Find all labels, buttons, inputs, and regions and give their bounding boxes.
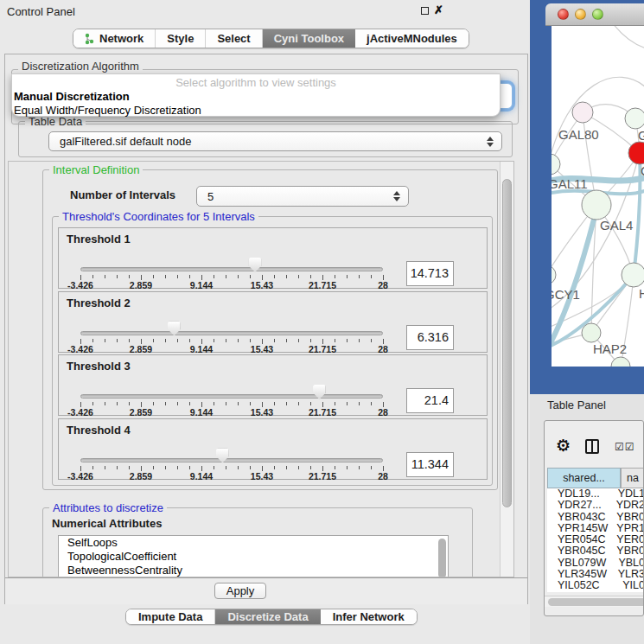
threshold-row: Threshold 4-3.4262.8599.14415.4321.71528…: [58, 418, 488, 480]
number-of-intervals-combobox[interactable]: 5: [196, 186, 409, 207]
algorithm-option[interactable]: Equal Width/Frequency Discretization: [12, 104, 500, 118]
numerical-attributes-list[interactable]: SelfLoopsTopologicalCoefficientBetweenne…: [58, 535, 449, 577]
threshold-label: Threshold 3: [67, 360, 131, 373]
threshold-value-field[interactable]: 6.316: [406, 325, 454, 350]
network-node[interactable]: [625, 108, 644, 129]
node-label: GAL11: [552, 176, 588, 191]
list-item[interactable]: SelfLoops: [59, 536, 448, 550]
network-node[interactable]: [572, 102, 593, 123]
algorithm-option[interactable]: Manual Discretization: [12, 90, 500, 104]
close-traffic-light-icon[interactable]: [558, 9, 569, 20]
tab-discretize-data[interactable]: Discretize Data: [215, 609, 320, 624]
column-header[interactable]: shared...: [547, 468, 621, 488]
group-title: Threshold's Coordinates for 5 Intervals: [59, 210, 258, 223]
tab-style[interactable]: Style: [156, 29, 206, 48]
tab-jactivemnodules[interactable]: jActiveMNodules: [355, 29, 469, 48]
slider-tick-labels: -3.4262.8599.14415.4321.71528: [80, 344, 383, 354]
table-row[interactable]: YER054CYER0: [547, 534, 644, 545]
network-node[interactable]: [582, 190, 611, 220]
numerical-attributes-label: Numerical Attributes: [52, 517, 162, 530]
network-node[interactable]: [582, 323, 601, 342]
node-label: C: [641, 163, 644, 178]
panel-scrollbar[interactable]: [500, 162, 513, 577]
node-label: GAL80: [558, 127, 599, 142]
cell-name: YPR1: [610, 523, 644, 534]
table-row[interactable]: YBR045CYBR0: [547, 545, 644, 557]
table-header: shared... na: [547, 468, 644, 488]
bottom-tab-bar: Impute DataDiscretize DataInfer Network: [125, 609, 418, 625]
zoom-traffic-light-icon[interactable]: [592, 9, 603, 20]
node-label: G.: [638, 128, 644, 143]
combo-arrows-icon: [487, 137, 494, 147]
slider-tick-labels: -3.4262.8599.14415.4321.71528: [80, 407, 383, 418]
node-label: GAL4: [600, 218, 633, 233]
cell-shared-name: YBL079W: [547, 558, 612, 569]
apply-bar: Apply: [5, 577, 527, 604]
list-item[interactable]: TopologicalCoefficient: [59, 550, 448, 564]
close-icon[interactable]: ✗: [434, 3, 443, 16]
network-node[interactable]: [622, 263, 644, 287]
tab-label: Discretize Data: [227, 610, 308, 623]
tab-infer-network[interactable]: Infer Network: [321, 609, 417, 624]
threshold-value-field[interactable]: 14.713: [406, 261, 454, 286]
float-window-icon[interactable]: [421, 7, 429, 15]
table-row[interactable]: YBR043CYBR0: [547, 512, 644, 523]
network-graph: GAL80G.CGAL11GAL4GCY1HHAP2: [552, 26, 644, 367]
slider-track[interactable]: [80, 458, 383, 462]
cell-name: YDR2: [610, 500, 644, 511]
slider-track[interactable]: [80, 267, 383, 271]
column-header[interactable]: na: [621, 468, 644, 488]
scrollbar-thumb[interactable]: [548, 598, 644, 606]
apply-button[interactable]: Apply: [214, 583, 266, 599]
tab-label: Select: [217, 32, 250, 45]
table-row[interactable]: YDR27...YDR2: [547, 500, 644, 511]
table-row[interactable]: YLR345WYLR3: [547, 569, 644, 580]
cell-shared-name: YIL052C: [547, 580, 616, 591]
group-title: Interval Definition: [49, 163, 143, 176]
cell-name: YBR0: [610, 545, 644, 557]
network-canvas[interactable]: GAL80G.CGAL11GAL4GCY1HHAP2: [552, 26, 644, 367]
slider-tick-labels: -3.4262.8599.14415.4321.71528: [80, 280, 383, 290]
tab-label: jActiveMNodules: [367, 32, 457, 45]
list-item[interactable]: BetweennessCentrality: [59, 564, 448, 577]
table-hscrollbar[interactable]: [545, 596, 643, 607]
table-row[interactable]: YDL19...YDL1: [547, 488, 644, 500]
threshold-row: Threshold 3-3.4262.8599.14415.4321.71528…: [58, 354, 488, 416]
network-window-titlebar[interactable]: [545, 3, 644, 26]
thresholds-group: Threshold's Coordinates for 5 Intervals …: [52, 216, 493, 486]
table-row[interactable]: YBL079WYBL0: [547, 558, 644, 569]
tab-impute-data[interactable]: Impute Data: [126, 609, 215, 624]
cell-name: YIL0: [616, 580, 644, 591]
node-label: GCY1: [552, 287, 580, 302]
cell-shared-name: YBR043C: [547, 512, 610, 523]
network-node[interactable]: [552, 265, 556, 284]
threshold-row: Threshold 2-3.4262.8599.14415.4321.71528…: [58, 291, 488, 353]
cell-name: YDL1: [612, 488, 644, 500]
slider-track[interactable]: [80, 394, 383, 399]
node-label: HAP2: [593, 341, 627, 356]
table-row[interactable]: YPR145WYPR1: [547, 523, 644, 534]
table-row[interactable]: YIL052CYIL0: [547, 580, 644, 591]
scrollbar-thumb[interactable]: [502, 179, 512, 507]
table-rows: YDL19...YDL1YDR27...YDR2YBR043CYBR0YPR14…: [547, 488, 644, 592]
table-data-combobox[interactable]: galFiltered.sif default node: [48, 131, 502, 151]
threshold-value-field[interactable]: 11.344: [406, 452, 454, 477]
network-node[interactable]: [552, 154, 560, 175]
split-columns-icon[interactable]: [585, 439, 599, 454]
tab-select[interactable]: Select: [206, 29, 262, 48]
tab-network[interactable]: Network: [73, 29, 156, 48]
minimize-traffic-light-icon[interactable]: [575, 9, 586, 20]
top-tab-bar: NetworkStyleSelectCyni ToolboxjActiveMNo…: [73, 29, 469, 48]
list-scrollbar[interactable]: [438, 539, 447, 577]
slider-track[interactable]: [80, 331, 383, 335]
tab-cyni-toolbox[interactable]: Cyni Toolbox: [263, 29, 355, 48]
cell-shared-name: YBR045C: [547, 545, 610, 557]
number-of-intervals-label: Number of Intervals: [70, 188, 175, 201]
panel-title: Control Panel: [7, 5, 75, 18]
table-panel-title: Table Panel: [547, 399, 606, 411]
group-title: Discretization Algorithm: [18, 60, 143, 73]
tab-label: Cyni Toolbox: [274, 32, 344, 45]
checkbox-icons[interactable]: ☑☑: [615, 441, 635, 453]
threshold-value-field[interactable]: 21.4: [406, 388, 454, 413]
gear-icon[interactable]: ⚙: [556, 436, 571, 456]
